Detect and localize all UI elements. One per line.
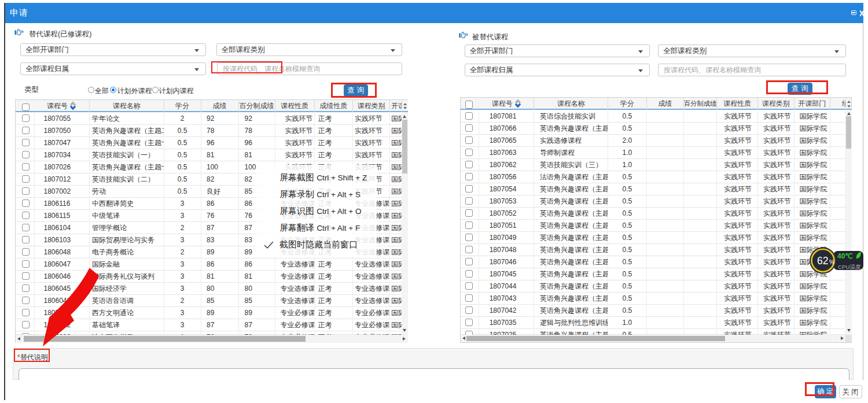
svg-text:CPU温度: CPU温度 xyxy=(838,264,861,270)
svg-text:%: % xyxy=(829,259,834,265)
svg-text:62: 62 xyxy=(817,255,828,267)
svg-text:40℃: 40℃ xyxy=(837,252,853,260)
